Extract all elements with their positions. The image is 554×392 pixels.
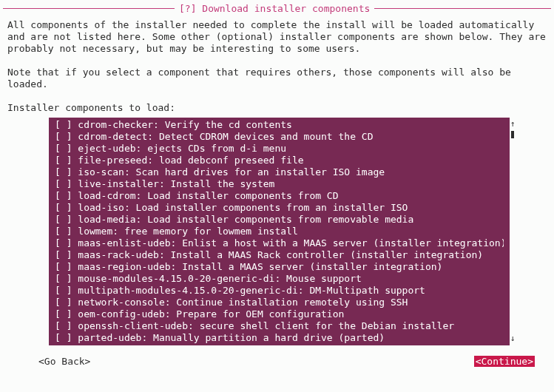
scrollbar[interactable]: ↑ ↓	[510, 118, 516, 345]
checkbox[interactable]: [ ]	[55, 320, 78, 332]
checkbox[interactable]: [ ]	[55, 178, 78, 190]
list-item-label: oem-config-udeb: Prepare for OEM configu…	[78, 308, 344, 320]
component-list-wrap: [ ] cdrom-checker: Verify the cd content…	[49, 118, 516, 345]
list-item[interactable]: [ ] load-cdrom: Load installer component…	[55, 190, 504, 202]
list-item[interactable]: [ ] multipath-modules-4.15.0-20-generic-…	[55, 285, 504, 297]
checkbox[interactable]: [ ]	[55, 273, 78, 285]
checkbox[interactable]: [ ]	[55, 249, 78, 261]
list-item[interactable]: [ ] openssh-client-udeb: secure shell cl…	[55, 320, 504, 332]
list-item-label: load-iso: Load installer components from…	[78, 202, 408, 214]
checkbox[interactable]: [ ]	[55, 202, 78, 214]
list-prompt: Installer components to load:	[7, 102, 547, 113]
title-row: [?] Download installer components	[0, 1, 554, 15]
checkbox[interactable]: [ ]	[55, 226, 78, 237]
checkbox[interactable]: [ ]	[55, 214, 78, 226]
list-item-label: parted-udeb: Manually partition a hard d…	[78, 332, 385, 344]
checkbox[interactable]: [ ]	[55, 155, 78, 166]
list-item-label: lowmem: free memory for lowmem install	[78, 226, 297, 237]
list-item-label: live-installer: Install the system	[78, 178, 274, 190]
checkbox[interactable]: [ ]	[55, 237, 78, 249]
list-item-label: openssh-client-udeb: secure shell client…	[78, 320, 454, 332]
checkbox[interactable]: [ ]	[55, 332, 78, 344]
checkbox[interactable]: [ ]	[55, 297, 78, 308]
go-back-button[interactable]: <Go Back>	[38, 356, 90, 367]
checkbox[interactable]: [ ]	[55, 261, 78, 273]
list-item[interactable]: [ ] iso-scan: Scan hard drives for an in…	[55, 166, 504, 178]
checkbox[interactable]: [ ]	[55, 131, 78, 143]
dialog-frame: [?] Download installer components All co…	[0, 1, 554, 367]
list-item-label: network-console: Continue installation r…	[78, 297, 408, 308]
list-item[interactable]: [ ] maas-enlist-udeb: Enlist a host with…	[55, 237, 504, 249]
list-item[interactable]: [ ] lowmem: free memory for lowmem insta…	[55, 226, 504, 237]
component-list[interactable]: [ ] cdrom-checker: Verify the cd content…	[49, 118, 510, 345]
list-item-label: file-preseed: load debconf preseed file	[78, 155, 303, 166]
list-item[interactable]: [ ] file-preseed: load debconf preseed f…	[55, 155, 504, 166]
list-item-label: multipath-modules-4.15.0-20-generic-di: …	[78, 285, 425, 297]
checkbox[interactable]: [ ]	[55, 190, 78, 202]
list-item-label: maas-region-udeb: Install a MAAS server …	[78, 261, 442, 273]
list-item-label: cdrom-detect: Detect CDROM devices and m…	[78, 131, 373, 143]
button-row: <Go Back> <Continue>	[7, 345, 547, 367]
list-item-label: load-media: Load installer components fr…	[78, 214, 413, 226]
list-item[interactable]: [ ] oem-config-udeb: Prepare for OEM con…	[55, 308, 504, 320]
list-item-label: maas-enlist-udeb: Enlist a host with a M…	[78, 237, 504, 249]
scroll-down-icon[interactable]: ↓	[510, 334, 516, 344]
list-item[interactable]: [ ] network-console: Continue installati…	[55, 297, 504, 308]
list-item-label: load-cdrom: Load installer components fr…	[78, 190, 338, 202]
checkbox[interactable]: [ ]	[55, 119, 78, 131]
frame-line-left	[3, 8, 175, 9]
dialog-body: All components of the installer needed t…	[0, 15, 554, 367]
list-item[interactable]: [ ] maas-region-udeb: Install a MAAS ser…	[55, 261, 504, 273]
scroll-thumb[interactable]	[511, 131, 514, 138]
list-item[interactable]: [ ] cdrom-detect: Detect CDROM devices a…	[55, 131, 504, 143]
list-item[interactable]: [ ] live-installer: Install the system	[55, 178, 504, 190]
dialog-title: [?] Download installer components	[175, 3, 374, 14]
list-item-label: cdrom-checker: Verify the cd contents	[78, 119, 292, 131]
list-item[interactable]: [ ] cdrom-checker: Verify the cd content…	[55, 119, 504, 131]
list-item[interactable]: [ ] eject-udeb: ejects CDs from d-i menu	[55, 143, 504, 155]
list-item[interactable]: [ ] maas-rack-udeb: Install a MAAS Rack …	[55, 249, 504, 261]
checkbox[interactable]: [ ]	[55, 166, 78, 178]
list-item[interactable]: [ ] load-iso: Load installer components …	[55, 202, 504, 214]
description-para-1: All components of the installer needed t…	[7, 19, 547, 55]
checkbox[interactable]: [ ]	[55, 308, 78, 320]
list-item-label: maas-rack-udeb: Install a MAAS Rack cont…	[78, 249, 483, 261]
list-item[interactable]: [ ] mouse-modules-4.15.0-20-generic-di: …	[55, 273, 504, 285]
checkbox[interactable]: [ ]	[55, 285, 78, 297]
scroll-track[interactable]	[512, 129, 514, 334]
list-item-label: mouse-modules-4.15.0-20-generic-di: Mous…	[78, 273, 362, 285]
list-item-label: iso-scan: Scan hard drives for an instal…	[78, 166, 385, 178]
description-para-2: Note that if you select a component that…	[7, 67, 547, 90]
list-item[interactable]: [ ] load-media: Load installer component…	[55, 214, 504, 226]
checkbox[interactable]: [ ]	[55, 143, 78, 155]
frame-line-right	[374, 8, 551, 9]
continue-button[interactable]: <Continue>	[474, 356, 535, 367]
list-item-label: eject-udeb: ejects CDs from d-i menu	[78, 143, 286, 155]
list-item[interactable]: [ ] parted-udeb: Manually partition a ha…	[55, 332, 504, 344]
scroll-up-icon[interactable]: ↑	[510, 119, 516, 129]
